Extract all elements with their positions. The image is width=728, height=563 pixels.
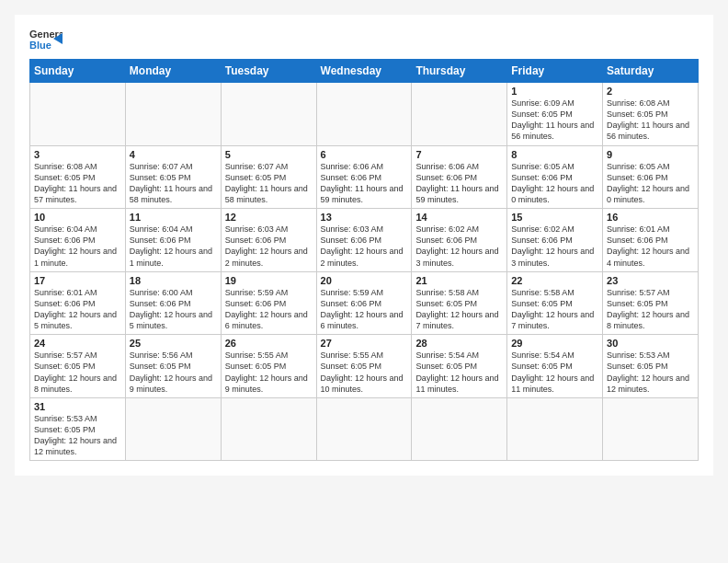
cell-date-number: 5: [225, 149, 313, 160]
calendar-cell: 27Sunrise: 5:55 AM Sunset: 6:05 PM Dayli…: [316, 335, 412, 398]
cell-date-number: 24: [34, 338, 121, 349]
calendar-cell: 14Sunrise: 6:02 AM Sunset: 6:06 PM Dayli…: [412, 209, 507, 272]
weekday-header-wednesday: Wednesday: [316, 60, 412, 83]
calendar-week-row: 1Sunrise: 6:09 AM Sunset: 6:05 PM Daylig…: [30, 83, 699, 146]
calendar-cell: [412, 397, 507, 461]
cell-date-number: 14: [415, 212, 503, 223]
calendar-page: General Blue SundayMondayTuesdayWednesda…: [15, 15, 713, 476]
cell-sun-info: Sunrise: 6:05 AM Sunset: 6:06 PM Dayligh…: [607, 161, 694, 206]
cell-sun-info: Sunrise: 6:08 AM Sunset: 6:05 PM Dayligh…: [34, 161, 121, 206]
cell-sun-info: Sunrise: 5:56 AM Sunset: 6:05 PM Dayligh…: [130, 350, 217, 395]
calendar-cell: 10Sunrise: 6:04 AM Sunset: 6:06 PM Dayli…: [30, 209, 126, 272]
cell-sun-info: Sunrise: 5:54 AM Sunset: 6:05 PM Dayligh…: [511, 350, 598, 395]
cell-date-number: 9: [607, 149, 694, 160]
header: General Blue: [29, 26, 699, 52]
svg-text:Blue: Blue: [29, 40, 51, 51]
calendar-cell: [316, 397, 412, 461]
calendar-cell: [412, 83, 507, 146]
calendar-cell: 26Sunrise: 5:55 AM Sunset: 6:05 PM Dayli…: [221, 335, 316, 398]
cell-date-number: 11: [130, 212, 217, 223]
cell-sun-info: Sunrise: 5:57 AM Sunset: 6:05 PM Dayligh…: [34, 350, 121, 395]
cell-sun-info: Sunrise: 5:53 AM Sunset: 6:05 PM Dayligh…: [34, 413, 121, 458]
cell-sun-info: Sunrise: 6:06 AM Sunset: 6:06 PM Dayligh…: [415, 161, 503, 206]
calendar-cell: 19Sunrise: 5:59 AM Sunset: 6:06 PM Dayli…: [221, 271, 316, 335]
calendar-cell: 1Sunrise: 6:09 AM Sunset: 6:05 PM Daylig…: [507, 83, 603, 146]
calendar-cell: 4Sunrise: 6:07 AM Sunset: 6:05 PM Daylig…: [125, 145, 221, 209]
cell-date-number: 29: [511, 338, 598, 349]
cell-date-number: 1: [511, 86, 598, 97]
calendar-cell: 22Sunrise: 5:58 AM Sunset: 6:05 PM Dayli…: [507, 271, 603, 335]
cell-date-number: 21: [415, 275, 503, 286]
cell-date-number: 4: [130, 149, 217, 160]
cell-sun-info: Sunrise: 6:04 AM Sunset: 6:06 PM Dayligh…: [130, 224, 217, 269]
cell-sun-info: Sunrise: 5:57 AM Sunset: 6:05 PM Dayligh…: [607, 287, 694, 332]
cell-date-number: 17: [34, 275, 121, 286]
calendar-cell: 28Sunrise: 5:54 AM Sunset: 6:05 PM Dayli…: [412, 335, 507, 398]
calendar-cell: 7Sunrise: 6:06 AM Sunset: 6:06 PM Daylig…: [412, 145, 507, 209]
cell-sun-info: Sunrise: 6:00 AM Sunset: 6:06 PM Dayligh…: [130, 287, 217, 332]
calendar-week-row: 17Sunrise: 6:01 AM Sunset: 6:06 PM Dayli…: [30, 271, 699, 335]
cell-date-number: 25: [130, 338, 217, 349]
cell-sun-info: Sunrise: 6:07 AM Sunset: 6:05 PM Dayligh…: [225, 161, 313, 206]
cell-sun-info: Sunrise: 5:59 AM Sunset: 6:06 PM Dayligh…: [321, 287, 408, 332]
cell-sun-info: Sunrise: 5:58 AM Sunset: 6:05 PM Dayligh…: [511, 287, 598, 332]
calendar-cell: 31Sunrise: 5:53 AM Sunset: 6:05 PM Dayli…: [30, 397, 126, 461]
cell-sun-info: Sunrise: 5:59 AM Sunset: 6:06 PM Dayligh…: [225, 287, 313, 332]
calendar-cell: 25Sunrise: 5:56 AM Sunset: 6:05 PM Dayli…: [125, 335, 221, 398]
calendar-cell: [603, 397, 699, 461]
cell-date-number: 2: [607, 86, 694, 97]
calendar-cell: 11Sunrise: 6:04 AM Sunset: 6:06 PM Dayli…: [125, 209, 221, 272]
calendar-cell: 3Sunrise: 6:08 AM Sunset: 6:05 PM Daylig…: [30, 145, 126, 209]
cell-date-number: 26: [225, 338, 313, 349]
cell-date-number: 7: [415, 149, 503, 160]
calendar-cell: 17Sunrise: 6:01 AM Sunset: 6:06 PM Dayli…: [30, 271, 126, 335]
cell-date-number: 10: [34, 212, 121, 223]
cell-sun-info: Sunrise: 5:53 AM Sunset: 6:05 PM Dayligh…: [607, 350, 694, 395]
calendar-cell: 29Sunrise: 5:54 AM Sunset: 6:05 PM Dayli…: [507, 335, 603, 398]
weekday-header-tuesday: Tuesday: [221, 60, 316, 83]
cell-sun-info: Sunrise: 6:01 AM Sunset: 6:06 PM Dayligh…: [34, 287, 121, 332]
calendar-cell: 13Sunrise: 6:03 AM Sunset: 6:06 PM Dayli…: [316, 209, 412, 272]
calendar-cell: 18Sunrise: 6:00 AM Sunset: 6:06 PM Dayli…: [125, 271, 221, 335]
cell-sun-info: Sunrise: 6:06 AM Sunset: 6:06 PM Dayligh…: [321, 161, 408, 206]
cell-date-number: 16: [607, 212, 694, 223]
cell-sun-info: Sunrise: 6:08 AM Sunset: 6:05 PM Dayligh…: [607, 98, 694, 143]
calendar-cell: [221, 83, 316, 146]
generalblue-logo-icon: General Blue: [29, 26, 63, 52]
calendar-cell: 23Sunrise: 5:57 AM Sunset: 6:05 PM Dayli…: [603, 271, 699, 335]
calendar-cell: [125, 397, 221, 461]
logo: General Blue: [29, 26, 63, 52]
weekday-header-row: SundayMondayTuesdayWednesdayThursdayFrid…: [30, 60, 699, 83]
calendar-cell: 6Sunrise: 6:06 AM Sunset: 6:06 PM Daylig…: [316, 145, 412, 209]
cell-sun-info: Sunrise: 6:05 AM Sunset: 6:06 PM Dayligh…: [511, 161, 598, 206]
calendar-cell: 21Sunrise: 5:58 AM Sunset: 6:05 PM Dayli…: [412, 271, 507, 335]
cell-sun-info: Sunrise: 5:54 AM Sunset: 6:05 PM Dayligh…: [415, 350, 503, 395]
calendar-week-row: 3Sunrise: 6:08 AM Sunset: 6:05 PM Daylig…: [30, 145, 699, 209]
calendar-cell: [221, 397, 316, 461]
cell-date-number: 30: [607, 338, 694, 349]
calendar-cell: 20Sunrise: 5:59 AM Sunset: 6:06 PM Dayli…: [316, 271, 412, 335]
calendar-cell: 15Sunrise: 6:02 AM Sunset: 6:06 PM Dayli…: [507, 209, 603, 272]
weekday-header-saturday: Saturday: [603, 60, 699, 83]
cell-sun-info: Sunrise: 5:58 AM Sunset: 6:05 PM Dayligh…: [415, 287, 503, 332]
weekday-header-sunday: Sunday: [30, 60, 126, 83]
calendar-cell: 2Sunrise: 6:08 AM Sunset: 6:05 PM Daylig…: [603, 83, 699, 146]
calendar-cell: [316, 83, 412, 146]
cell-sun-info: Sunrise: 6:09 AM Sunset: 6:05 PM Dayligh…: [511, 98, 598, 143]
cell-sun-info: Sunrise: 5:55 AM Sunset: 6:05 PM Dayligh…: [225, 350, 313, 395]
cell-sun-info: Sunrise: 6:04 AM Sunset: 6:06 PM Dayligh…: [34, 224, 121, 269]
calendar-cell: 16Sunrise: 6:01 AM Sunset: 6:06 PM Dayli…: [603, 209, 699, 272]
cell-sun-info: Sunrise: 6:03 AM Sunset: 6:06 PM Dayligh…: [225, 224, 313, 269]
weekday-header-thursday: Thursday: [412, 60, 507, 83]
calendar-week-row: 24Sunrise: 5:57 AM Sunset: 6:05 PM Dayli…: [30, 335, 699, 398]
cell-sun-info: Sunrise: 5:55 AM Sunset: 6:05 PM Dayligh…: [321, 350, 408, 395]
calendar-cell: [125, 83, 221, 146]
calendar-cell: [30, 83, 126, 146]
cell-date-number: 23: [607, 275, 694, 286]
cell-date-number: 28: [415, 338, 503, 349]
cell-sun-info: Sunrise: 6:07 AM Sunset: 6:05 PM Dayligh…: [130, 161, 217, 206]
weekday-header-monday: Monday: [125, 60, 221, 83]
calendar-week-row: 10Sunrise: 6:04 AM Sunset: 6:06 PM Dayli…: [30, 209, 699, 272]
cell-sun-info: Sunrise: 6:02 AM Sunset: 6:06 PM Dayligh…: [511, 224, 598, 269]
cell-sun-info: Sunrise: 6:02 AM Sunset: 6:06 PM Dayligh…: [415, 224, 503, 269]
